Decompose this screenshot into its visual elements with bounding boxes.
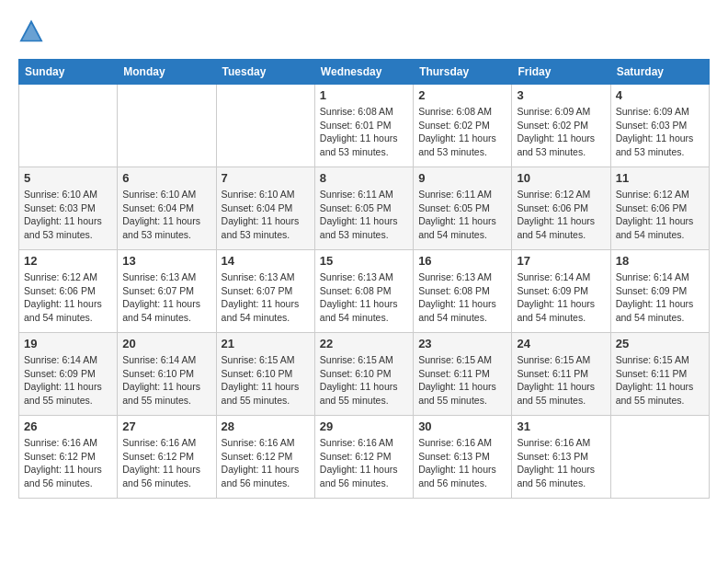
day-info: Sunrise: 6:14 AMSunset: 6:10 PMDaylight:…	[122, 353, 210, 408]
day-info: Sunrise: 6:15 AMSunset: 6:10 PMDaylight:…	[320, 353, 408, 408]
day-info: Sunrise: 6:16 AMSunset: 6:12 PMDaylight:…	[122, 436, 210, 490]
calendar-week-row: 26Sunrise: 6:16 AMSunset: 6:12 PMDayligh…	[19, 416, 710, 499]
calendar-cell: 3Sunrise: 6:09 AMSunset: 6:02 PMDaylight…	[512, 85, 610, 167]
day-info: Sunrise: 6:12 AMSunset: 6:06 PMDaylight:…	[616, 188, 704, 242]
calendar-cell: 18Sunrise: 6:14 AMSunset: 6:09 PMDayligh…	[610, 250, 709, 333]
day-number: 2	[418, 88, 506, 102]
day-info: Sunrise: 6:12 AMSunset: 6:06 PMDaylight:…	[24, 270, 112, 325]
header-sunday: Sunday	[19, 60, 118, 85]
day-info: Sunrise: 6:10 AMSunset: 6:04 PMDaylight:…	[222, 188, 310, 242]
day-number: 11	[616, 171, 704, 185]
day-number: 1	[320, 88, 408, 102]
calendar-week-row: 19Sunrise: 6:14 AMSunset: 6:09 PMDayligh…	[19, 333, 710, 416]
day-number: 4	[616, 88, 704, 102]
day-info: Sunrise: 6:13 AMSunset: 6:07 PMDaylight:…	[222, 270, 310, 325]
calendar-cell: 12Sunrise: 6:12 AMSunset: 6:06 PMDayligh…	[19, 250, 118, 333]
calendar-cell: 1Sunrise: 6:08 AMSunset: 6:01 PMDaylight…	[314, 85, 413, 167]
day-info: Sunrise: 6:13 AMSunset: 6:08 PMDaylight:…	[418, 270, 506, 325]
calendar-cell: 7Sunrise: 6:10 AMSunset: 6:04 PMDaylight…	[216, 167, 314, 250]
day-number: 30	[418, 419, 506, 433]
header-tuesday: Tuesday	[216, 60, 314, 85]
day-info: Sunrise: 6:16 AMSunset: 6:12 PMDaylight:…	[222, 436, 310, 490]
calendar-cell: 15Sunrise: 6:13 AMSunset: 6:08 PMDayligh…	[314, 250, 413, 333]
calendar-cell: 8Sunrise: 6:11 AMSunset: 6:05 PMDaylight…	[314, 167, 413, 250]
day-info: Sunrise: 6:15 AMSunset: 6:11 PMDaylight:…	[418, 353, 506, 408]
day-info: Sunrise: 6:12 AMSunset: 6:06 PMDaylight:…	[517, 188, 605, 242]
day-info: Sunrise: 6:16 AMSunset: 6:13 PMDaylight:…	[517, 436, 605, 490]
day-number: 20	[122, 337, 210, 350]
day-number: 5	[24, 171, 112, 185]
day-number: 14	[222, 254, 310, 268]
calendar-cell: 16Sunrise: 6:13 AMSunset: 6:08 PMDayligh…	[414, 250, 512, 333]
page-header	[18, 18, 710, 44]
day-number: 31	[517, 419, 605, 433]
calendar-cell: 25Sunrise: 6:15 AMSunset: 6:11 PMDayligh…	[610, 333, 709, 416]
calendar-cell: 26Sunrise: 6:16 AMSunset: 6:12 PMDayligh…	[19, 416, 118, 499]
day-info: Sunrise: 6:13 AMSunset: 6:08 PMDaylight:…	[320, 270, 408, 325]
day-number: 23	[418, 337, 506, 350]
day-info: Sunrise: 6:09 AMSunset: 6:02 PMDaylight:…	[517, 105, 605, 159]
calendar-cell: 6Sunrise: 6:10 AMSunset: 6:04 PMDaylight…	[118, 167, 216, 250]
day-number: 27	[122, 419, 210, 433]
calendar-cell: 27Sunrise: 6:16 AMSunset: 6:12 PMDayligh…	[118, 416, 216, 499]
calendar-cell: 22Sunrise: 6:15 AMSunset: 6:10 PMDayligh…	[314, 333, 413, 416]
calendar-cell	[118, 85, 216, 167]
header-monday: Monday	[118, 60, 216, 85]
calendar-week-row: 12Sunrise: 6:12 AMSunset: 6:06 PMDayligh…	[19, 250, 710, 333]
day-number: 19	[24, 337, 112, 350]
header-friday: Friday	[512, 60, 610, 85]
calendar-cell: 11Sunrise: 6:12 AMSunset: 6:06 PMDayligh…	[610, 167, 709, 250]
calendar-week-row: 1Sunrise: 6:08 AMSunset: 6:01 PMDaylight…	[19, 85, 710, 167]
day-info: Sunrise: 6:10 AMSunset: 6:03 PMDaylight:…	[24, 188, 112, 242]
calendar-week-row: 5Sunrise: 6:10 AMSunset: 6:03 PMDaylight…	[19, 167, 710, 250]
calendar-cell	[19, 85, 118, 167]
day-number: 21	[222, 337, 310, 350]
day-number: 28	[222, 419, 310, 433]
calendar-table: SundayMondayTuesdayWednesdayThursdayFrid…	[18, 59, 710, 499]
calendar-cell: 19Sunrise: 6:14 AMSunset: 6:09 PMDayligh…	[19, 333, 118, 416]
day-info: Sunrise: 6:16 AMSunset: 6:13 PMDaylight:…	[418, 436, 506, 490]
calendar-cell: 17Sunrise: 6:14 AMSunset: 6:09 PMDayligh…	[512, 250, 610, 333]
day-number: 24	[517, 337, 605, 350]
calendar-cell: 21Sunrise: 6:15 AMSunset: 6:10 PMDayligh…	[216, 333, 314, 416]
day-number: 13	[122, 254, 210, 268]
day-number: 8	[320, 171, 408, 185]
day-number: 22	[320, 337, 408, 350]
logo-icon	[18, 18, 44, 44]
calendar-header-row: SundayMondayTuesdayWednesdayThursdayFrid…	[19, 60, 710, 85]
day-info: Sunrise: 6:10 AMSunset: 6:04 PMDaylight:…	[122, 188, 210, 242]
calendar-cell: 24Sunrise: 6:15 AMSunset: 6:11 PMDayligh…	[512, 333, 610, 416]
day-number: 16	[418, 254, 506, 268]
calendar-cell: 10Sunrise: 6:12 AMSunset: 6:06 PMDayligh…	[512, 167, 610, 250]
day-number: 7	[222, 171, 310, 185]
calendar-cell: 29Sunrise: 6:16 AMSunset: 6:12 PMDayligh…	[314, 416, 413, 499]
day-number: 18	[616, 254, 704, 268]
day-info: Sunrise: 6:14 AMSunset: 6:09 PMDaylight:…	[517, 270, 605, 325]
calendar-cell: 23Sunrise: 6:15 AMSunset: 6:11 PMDayligh…	[414, 333, 512, 416]
header-wednesday: Wednesday	[314, 60, 413, 85]
calendar-cell: 28Sunrise: 6:16 AMSunset: 6:12 PMDayligh…	[216, 416, 314, 499]
calendar-cell: 14Sunrise: 6:13 AMSunset: 6:07 PMDayligh…	[216, 250, 314, 333]
calendar-cell: 4Sunrise: 6:09 AMSunset: 6:03 PMDaylight…	[610, 85, 709, 167]
day-info: Sunrise: 6:16 AMSunset: 6:12 PMDaylight:…	[320, 436, 408, 490]
day-info: Sunrise: 6:15 AMSunset: 6:11 PMDaylight:…	[517, 353, 605, 408]
calendar-cell: 5Sunrise: 6:10 AMSunset: 6:03 PMDaylight…	[19, 167, 118, 250]
calendar-cell: 20Sunrise: 6:14 AMSunset: 6:10 PMDayligh…	[118, 333, 216, 416]
day-info: Sunrise: 6:11 AMSunset: 6:05 PMDaylight:…	[418, 188, 506, 242]
calendar-cell: 2Sunrise: 6:08 AMSunset: 6:02 PMDaylight…	[414, 85, 512, 167]
day-info: Sunrise: 6:15 AMSunset: 6:10 PMDaylight:…	[222, 353, 310, 408]
day-info: Sunrise: 6:08 AMSunset: 6:02 PMDaylight:…	[418, 105, 506, 159]
day-info: Sunrise: 6:11 AMSunset: 6:05 PMDaylight:…	[320, 188, 408, 242]
day-number: 12	[24, 254, 112, 268]
calendar-cell: 31Sunrise: 6:16 AMSunset: 6:13 PMDayligh…	[512, 416, 610, 499]
logo	[18, 18, 48, 44]
day-info: Sunrise: 6:14 AMSunset: 6:09 PMDaylight:…	[616, 270, 704, 325]
calendar-cell: 30Sunrise: 6:16 AMSunset: 6:13 PMDayligh…	[414, 416, 512, 499]
calendar-cell	[216, 85, 314, 167]
day-number: 9	[418, 171, 506, 185]
header-saturday: Saturday	[610, 60, 709, 85]
day-info: Sunrise: 6:08 AMSunset: 6:01 PMDaylight:…	[320, 105, 408, 159]
day-number: 26	[24, 419, 112, 433]
day-number: 25	[616, 337, 704, 350]
day-info: Sunrise: 6:09 AMSunset: 6:03 PMDaylight:…	[616, 105, 704, 159]
